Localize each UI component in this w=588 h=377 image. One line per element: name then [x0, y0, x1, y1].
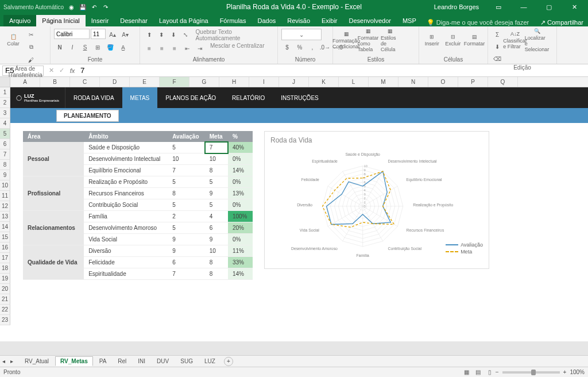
conditional-format-button[interactable]: ▦Formatação Condicional: [336, 29, 356, 52]
avaliacao-cell[interactable]: 7: [168, 268, 205, 280]
row-1[interactable]: 1: [0, 87, 10, 98]
tellme-search[interactable]: 💡 Diga-me o que você deseja fazer: [427, 19, 529, 26]
row-6[interactable]: 6: [0, 139, 10, 149]
avaliacao-cell[interactable]: 6: [168, 257, 205, 268]
ambito-cell[interactable]: Família: [84, 211, 168, 222]
sheet-tab-Rel[interactable]: Rel: [113, 356, 131, 366]
col-B[interactable]: B: [40, 77, 70, 87]
col-A[interactable]: A: [10, 77, 40, 87]
paste-button[interactable]: 📋Colar: [3, 29, 23, 52]
autosum-icon[interactable]: Σ: [492, 29, 503, 40]
save-icon[interactable]: 💾: [79, 3, 87, 11]
worksheet-grid[interactable]: ABCDEFGHIJKLMNOPQ 1234567891011121314151…: [0, 77, 588, 341]
zoom-out-icon[interactable]: −: [496, 369, 499, 375]
tab-draw[interactable]: Desenhar: [114, 15, 153, 26]
row-15[interactable]: 15: [0, 232, 10, 243]
meta-cell[interactable]: 8: [205, 257, 228, 268]
tab-home[interactable]: Página Inicial: [36, 15, 85, 26]
redo-icon[interactable]: ↷: [102, 3, 110, 11]
col-P[interactable]: P: [458, 77, 488, 87]
indent-inc-icon[interactable]: ⇥: [194, 43, 206, 54]
ambito-cell[interactable]: Desenvolvimento Intelectual: [84, 153, 168, 165]
ambito-cell[interactable]: Vida Social: [84, 234, 168, 245]
avaliacao-cell[interactable]: 7: [168, 165, 205, 176]
col-L[interactable]: L: [339, 77, 369, 87]
col-M[interactable]: M: [369, 77, 399, 87]
table-row[interactable]: PessoalSaúde e Disposição5740%: [23, 142, 253, 153]
tab-formulas[interactable]: Fórmulas: [214, 15, 252, 26]
row-13[interactable]: 13: [0, 211, 10, 222]
ambito-cell[interactable]: Realização e Propósito: [84, 176, 168, 188]
row-16[interactable]: 16: [0, 243, 10, 253]
font-color-icon[interactable]: A̲: [117, 41, 129, 53]
avaliacao-cell[interactable]: 5: [168, 199, 205, 211]
ambito-cell[interactable]: Felicidade: [84, 257, 168, 268]
meta-cell[interactable]: 10: [205, 245, 228, 257]
tab-layout[interactable]: Layout da Página: [153, 15, 214, 26]
share-button[interactable]: ↗ Compartilhar: [540, 19, 583, 26]
row-18[interactable]: 18: [0, 263, 10, 274]
fx-icon[interactable]: fx: [67, 67, 78, 74]
sheet-nav-prev-icon[interactable]: ▸: [10, 358, 13, 364]
comma-icon[interactable]: ,: [307, 41, 318, 53]
sheet-tab-SUG[interactable]: SUG: [175, 356, 198, 366]
row-7[interactable]: 7: [0, 149, 10, 160]
align-left-icon[interactable]: ≡: [144, 43, 155, 54]
tab-file[interactable]: Arquivo: [3, 15, 36, 26]
meta-cell[interactable]: 5: [205, 176, 228, 188]
col-E[interactable]: E: [130, 77, 160, 87]
col-O[interactable]: O: [428, 77, 458, 87]
tab-msp[interactable]: MSP: [397, 15, 422, 26]
col-G[interactable]: G: [189, 77, 219, 87]
nav-instrucoes[interactable]: INSTRUÇÕES: [273, 87, 327, 108]
decrease-font-icon[interactable]: A▾: [119, 29, 131, 40]
minimize-icon[interactable]: —: [512, 0, 535, 14]
ambito-cell[interactable]: Recursos Financeiros: [84, 188, 168, 199]
percent-icon[interactable]: %: [294, 41, 305, 53]
table-row[interactable]: RelacionamentosFamília24100%: [23, 211, 253, 222]
row-10[interactable]: 10: [0, 180, 10, 191]
indent-dec-icon[interactable]: ⇤: [181, 43, 193, 54]
row-headers[interactable]: 1234567891011121314151617181920212223: [0, 87, 10, 325]
meta-cell[interactable]: 5: [205, 199, 228, 211]
row-12[interactable]: 12: [0, 201, 10, 211]
wrap-text-button[interactable]: Quebrar Texto Automaticamente: [196, 29, 274, 41]
copy-icon[interactable]: ⧉: [25, 41, 37, 53]
sheet-tab-RV_Atual[interactable]: RV_Atual: [20, 356, 54, 366]
row-17[interactable]: 17: [0, 253, 10, 263]
col-D[interactable]: D: [100, 77, 130, 87]
row-23[interactable]: 23: [0, 315, 10, 325]
avaliacao-cell[interactable]: 9: [168, 245, 205, 257]
ambito-cell[interactable]: Equilíbrio Emocional: [84, 165, 168, 176]
ribbon-options-icon[interactable]: ▭: [487, 0, 510, 14]
fill-icon[interactable]: ⬇: [492, 41, 503, 52]
sheet-nav-first-icon[interactable]: ◂: [2, 358, 5, 364]
border-icon[interactable]: ⊞: [92, 41, 103, 53]
add-sheet-button[interactable]: +: [224, 357, 233, 366]
align-top-icon[interactable]: ⬆: [144, 29, 154, 40]
planejamento-button[interactable]: PLANEJAMENTO: [56, 110, 119, 122]
underline-icon[interactable]: S: [79, 41, 91, 53]
avaliacao-cell[interactable]: 5: [168, 176, 205, 188]
align-bottom-icon[interactable]: ⬇: [168, 29, 179, 40]
accept-formula-icon[interactable]: ✓: [56, 67, 67, 74]
row-9[interactable]: 9: [0, 170, 10, 180]
zoom-slider[interactable]: [502, 371, 560, 374]
col-I[interactable]: I: [249, 77, 279, 87]
row-4[interactable]: 4: [0, 118, 10, 129]
increase-font-icon[interactable]: A▴: [107, 29, 118, 40]
account-name[interactable]: Leandro Borges: [434, 3, 479, 10]
metas-table[interactable]: ÁreaÂmbitoAvaliaçãoMeta% PessoalSaúde e …: [23, 131, 253, 280]
row-19[interactable]: 19: [0, 274, 10, 284]
sheet-tab-PA[interactable]: PA: [94, 356, 112, 366]
row-21[interactable]: 21: [0, 294, 10, 305]
table-row[interactable]: ProfissionalRealização e Propósito550%: [23, 176, 253, 188]
merge-center-button[interactable]: Mesclar e Centralizar: [210, 43, 264, 54]
nav-metas[interactable]: METAS: [122, 87, 158, 108]
zoom-in-icon[interactable]: +: [563, 369, 567, 375]
col-H[interactable]: H: [219, 77, 249, 87]
avaliacao-cell[interactable]: 10: [168, 153, 205, 165]
view-layout-icon[interactable]: ▤: [473, 367, 484, 378]
number-format-select[interactable]: ⌄: [281, 29, 322, 40]
row-8[interactable]: 8: [0, 160, 10, 170]
